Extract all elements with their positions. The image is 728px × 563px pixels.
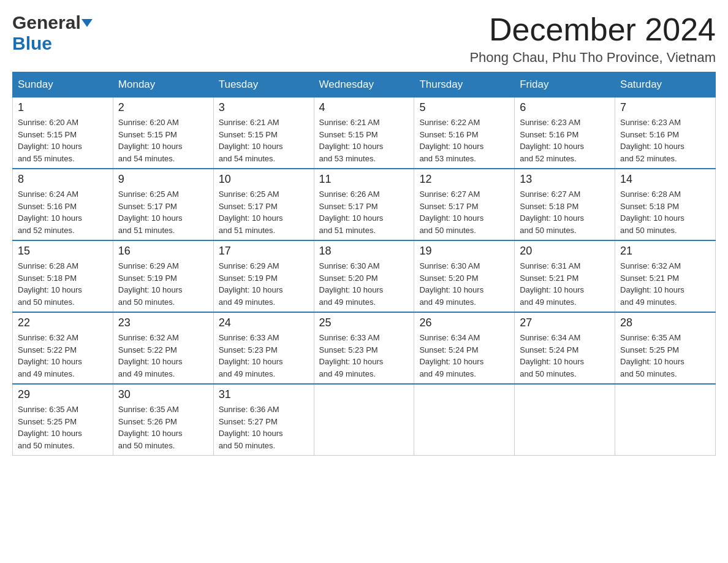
day-number: 7 <box>620 101 710 114</box>
day-info: Sunrise: 6:30 AM Sunset: 5:20 PM Dayligh… <box>319 260 409 308</box>
header-tuesday: Tuesday <box>213 72 314 98</box>
logo: General Blue <box>12 12 93 54</box>
table-row: 17 Sunrise: 6:29 AM Sunset: 5:19 PM Dayl… <box>213 240 314 312</box>
day-number: 20 <box>520 245 610 258</box>
day-info: Sunrise: 6:33 AM Sunset: 5:23 PM Dayligh… <box>219 332 309 380</box>
day-info: Sunrise: 6:35 AM Sunset: 5:26 PM Dayligh… <box>118 404 208 451</box>
day-info: Sunrise: 6:30 AM Sunset: 5:20 PM Dayligh… <box>419 260 509 308</box>
day-number: 26 <box>419 316 509 329</box>
day-info: Sunrise: 6:27 AM Sunset: 5:17 PM Dayligh… <box>419 188 509 236</box>
day-info: Sunrise: 6:23 AM Sunset: 5:16 PM Dayligh… <box>520 117 610 164</box>
calendar-header-row: Sunday Monday Tuesday Wednesday Thursday… <box>13 72 716 98</box>
day-number: 19 <box>419 245 509 258</box>
day-info: Sunrise: 6:29 AM Sunset: 5:19 PM Dayligh… <box>118 260 208 308</box>
page-header: General Blue December 2024 Phong Chau, P… <box>12 12 716 66</box>
table-row: 24 Sunrise: 6:33 AM Sunset: 5:23 PM Dayl… <box>213 312 314 384</box>
day-number: 31 <box>219 388 309 401</box>
header-wednesday: Wednesday <box>314 72 414 98</box>
day-number: 11 <box>319 173 409 186</box>
logo-blue-text: Blue <box>12 33 52 54</box>
day-info: Sunrise: 6:22 AM Sunset: 5:16 PM Dayligh… <box>419 117 509 164</box>
calendar-week-row: 15 Sunrise: 6:28 AM Sunset: 5:18 PM Dayl… <box>13 240 716 312</box>
day-number: 5 <box>419 101 509 114</box>
calendar-week-row: 1 Sunrise: 6:20 AM Sunset: 5:15 PM Dayli… <box>13 98 716 169</box>
table-row: 23 Sunrise: 6:32 AM Sunset: 5:22 PM Dayl… <box>113 312 213 384</box>
header-thursday: Thursday <box>414 72 515 98</box>
day-number: 3 <box>219 101 309 114</box>
day-number: 14 <box>620 173 710 186</box>
table-row <box>314 384 414 456</box>
day-info: Sunrise: 6:35 AM Sunset: 5:25 PM Dayligh… <box>620 332 710 380</box>
table-row <box>414 384 515 456</box>
table-row: 9 Sunrise: 6:25 AM Sunset: 5:17 PM Dayli… <box>113 169 213 240</box>
day-info: Sunrise: 6:35 AM Sunset: 5:25 PM Dayligh… <box>18 404 108 451</box>
day-number: 13 <box>520 173 610 186</box>
day-info: Sunrise: 6:33 AM Sunset: 5:23 PM Dayligh… <box>319 332 409 380</box>
day-info: Sunrise: 6:21 AM Sunset: 5:15 PM Dayligh… <box>219 117 309 164</box>
day-number: 16 <box>118 245 208 258</box>
table-row: 19 Sunrise: 6:30 AM Sunset: 5:20 PM Dayl… <box>414 240 515 312</box>
calendar-subtitle: Phong Chau, Phu Tho Province, Vietnam <box>469 50 716 66</box>
table-row: 30 Sunrise: 6:35 AM Sunset: 5:26 PM Dayl… <box>113 384 213 456</box>
calendar-week-row: 8 Sunrise: 6:24 AM Sunset: 5:16 PM Dayli… <box>13 169 716 240</box>
day-number: 24 <box>219 316 309 329</box>
day-number: 30 <box>118 388 208 401</box>
day-number: 17 <box>219 245 309 258</box>
table-row: 13 Sunrise: 6:27 AM Sunset: 5:18 PM Dayl… <box>515 169 615 240</box>
day-info: Sunrise: 6:25 AM Sunset: 5:17 PM Dayligh… <box>219 188 309 236</box>
table-row: 4 Sunrise: 6:21 AM Sunset: 5:15 PM Dayli… <box>314 98 414 169</box>
calendar-table: Sunday Monday Tuesday Wednesday Thursday… <box>12 72 716 456</box>
day-number: 8 <box>18 173 108 186</box>
table-row: 26 Sunrise: 6:34 AM Sunset: 5:24 PM Dayl… <box>414 312 515 384</box>
table-row: 5 Sunrise: 6:22 AM Sunset: 5:16 PM Dayli… <box>414 98 515 169</box>
table-row: 3 Sunrise: 6:21 AM Sunset: 5:15 PM Dayli… <box>213 98 314 169</box>
calendar-week-row: 29 Sunrise: 6:35 AM Sunset: 5:25 PM Dayl… <box>13 384 716 456</box>
table-row: 8 Sunrise: 6:24 AM Sunset: 5:16 PM Dayli… <box>13 169 113 240</box>
day-number: 6 <box>520 101 610 114</box>
table-row: 16 Sunrise: 6:29 AM Sunset: 5:19 PM Dayl… <box>113 240 213 312</box>
day-number: 18 <box>319 245 409 258</box>
day-info: Sunrise: 6:29 AM Sunset: 5:19 PM Dayligh… <box>219 260 309 308</box>
day-info: Sunrise: 6:24 AM Sunset: 5:16 PM Dayligh… <box>18 188 108 236</box>
header-friday: Friday <box>515 72 615 98</box>
day-info: Sunrise: 6:23 AM Sunset: 5:16 PM Dayligh… <box>620 117 710 164</box>
table-row: 10 Sunrise: 6:25 AM Sunset: 5:17 PM Dayl… <box>213 169 314 240</box>
calendar-week-row: 22 Sunrise: 6:32 AM Sunset: 5:22 PM Dayl… <box>13 312 716 384</box>
day-number: 1 <box>18 101 108 114</box>
day-info: Sunrise: 6:32 AM Sunset: 5:22 PM Dayligh… <box>18 332 108 380</box>
day-info: Sunrise: 6:34 AM Sunset: 5:24 PM Dayligh… <box>520 332 610 380</box>
title-section: December 2024 Phong Chau, Phu Tho Provin… <box>469 12 716 66</box>
day-info: Sunrise: 6:32 AM Sunset: 5:22 PM Dayligh… <box>118 332 208 380</box>
header-saturday: Saturday <box>615 72 716 98</box>
day-info: Sunrise: 6:32 AM Sunset: 5:21 PM Dayligh… <box>620 260 710 308</box>
day-number: 27 <box>520 316 610 329</box>
table-row: 2 Sunrise: 6:20 AM Sunset: 5:15 PM Dayli… <box>113 98 213 169</box>
day-number: 2 <box>118 101 208 114</box>
table-row: 31 Sunrise: 6:36 AM Sunset: 5:27 PM Dayl… <box>213 384 314 456</box>
day-info: Sunrise: 6:20 AM Sunset: 5:15 PM Dayligh… <box>18 117 108 164</box>
table-row: 20 Sunrise: 6:31 AM Sunset: 5:21 PM Dayl… <box>515 240 615 312</box>
day-info: Sunrise: 6:27 AM Sunset: 5:18 PM Dayligh… <box>520 188 610 236</box>
table-row: 14 Sunrise: 6:28 AM Sunset: 5:18 PM Dayl… <box>615 169 716 240</box>
day-info: Sunrise: 6:26 AM Sunset: 5:17 PM Dayligh… <box>319 188 409 236</box>
table-row: 6 Sunrise: 6:23 AM Sunset: 5:16 PM Dayli… <box>515 98 615 169</box>
day-number: 22 <box>18 316 108 329</box>
table-row: 12 Sunrise: 6:27 AM Sunset: 5:17 PM Dayl… <box>414 169 515 240</box>
table-row: 11 Sunrise: 6:26 AM Sunset: 5:17 PM Dayl… <box>314 169 414 240</box>
table-row: 28 Sunrise: 6:35 AM Sunset: 5:25 PM Dayl… <box>615 312 716 384</box>
table-row <box>515 384 615 456</box>
table-row: 27 Sunrise: 6:34 AM Sunset: 5:24 PM Dayl… <box>515 312 615 384</box>
day-info: Sunrise: 6:25 AM Sunset: 5:17 PM Dayligh… <box>118 188 208 236</box>
header-monday: Monday <box>113 72 213 98</box>
day-info: Sunrise: 6:20 AM Sunset: 5:15 PM Dayligh… <box>118 117 208 164</box>
day-info: Sunrise: 6:21 AM Sunset: 5:15 PM Dayligh… <box>319 117 409 164</box>
day-info: Sunrise: 6:34 AM Sunset: 5:24 PM Dayligh… <box>419 332 509 380</box>
day-number: 9 <box>118 173 208 186</box>
table-row: 21 Sunrise: 6:32 AM Sunset: 5:21 PM Dayl… <box>615 240 716 312</box>
day-info: Sunrise: 6:31 AM Sunset: 5:21 PM Dayligh… <box>520 260 610 308</box>
table-row: 29 Sunrise: 6:35 AM Sunset: 5:25 PM Dayl… <box>13 384 113 456</box>
day-number: 29 <box>18 388 108 401</box>
day-number: 28 <box>620 316 710 329</box>
table-row <box>615 384 716 456</box>
table-row: 22 Sunrise: 6:32 AM Sunset: 5:22 PM Dayl… <box>13 312 113 384</box>
